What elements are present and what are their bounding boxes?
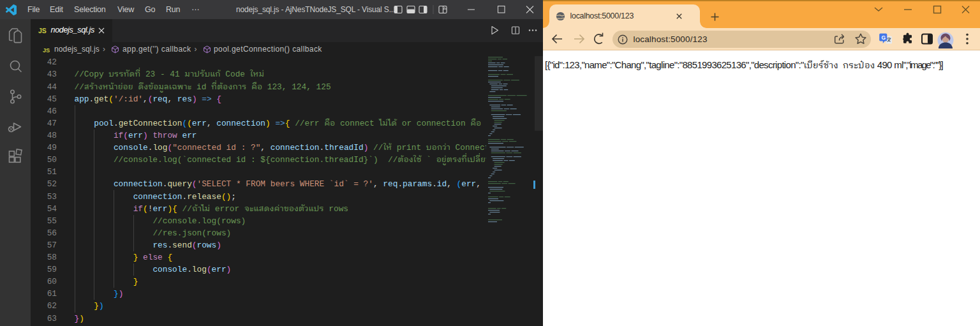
svg-text:JS: JS (43, 47, 50, 53)
svg-text:G: G (881, 34, 886, 41)
svg-text:JS: JS (38, 27, 47, 34)
